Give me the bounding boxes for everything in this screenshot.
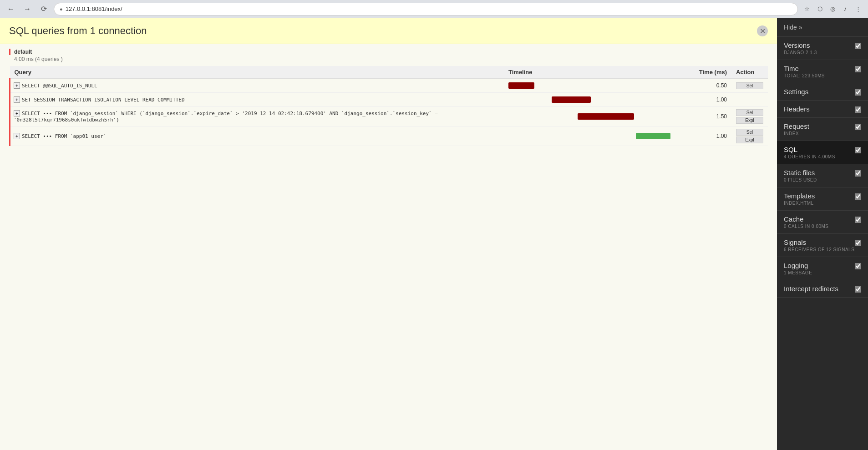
sidebar-checkbox[interactable] <box>855 124 861 130</box>
timeline-bar <box>578 113 634 120</box>
query-header: Query <box>10 66 504 79</box>
sidebar-sublabel: Django 2.1.3 <box>784 50 855 55</box>
close-button[interactable]: ✕ <box>757 25 768 36</box>
reload-button[interactable]: ⟳ <box>37 3 50 15</box>
sidebar-checkbox[interactable] <box>855 89 861 96</box>
expand-button[interactable]: + <box>14 96 20 103</box>
expand-button[interactable]: + <box>14 82 20 89</box>
timeline-bar <box>636 133 670 139</box>
menu-icon[interactable]: ⋮ <box>853 4 863 15</box>
sidebar-label: Static files <box>784 169 855 177</box>
sidebar-label: Headers <box>784 105 855 113</box>
sidebar-label: Time <box>784 65 855 72</box>
sidebar-checkbox[interactable] <box>855 240 861 246</box>
time-value: 0.50 <box>686 79 731 93</box>
sidebar-item-time[interactable]: TimeTotal: 223.50ms <box>777 60 868 83</box>
sidebar-label: Settings <box>784 88 855 96</box>
address-bar[interactable]: ● 127.0.0.1:8081/index/ <box>54 3 798 15</box>
sel-button[interactable]: Sel <box>736 82 763 89</box>
extensions-icon[interactable]: ⬡ <box>814 4 825 15</box>
sidebar-checkbox[interactable] <box>855 106 861 113</box>
main-container: SQL queries from 1 connection ✕ default … <box>0 18 868 450</box>
action-cell: SelExpl <box>731 107 768 126</box>
query-cell: +SELECT @@SQL_AUTO_IS_NULL <box>10 79 504 93</box>
timeline-cell <box>504 93 686 107</box>
panel-header: SQL queries from 1 connection ✕ <box>0 18 777 44</box>
sidebar-label: Signals <box>784 238 855 246</box>
sidebar-label: Intercept redirects <box>784 285 855 293</box>
sidebar-label: Logging <box>784 262 855 269</box>
sidebar-item-static-files[interactable]: Static files0 files used <box>777 164 868 187</box>
browser-actions: ☆ ⬡ ◎ ♪ ⋮ <box>802 4 863 15</box>
sidebar-sublabel: index.html <box>784 201 855 206</box>
url-text: 127.0.0.1:8081/index/ <box>66 5 122 12</box>
bookmark-icon[interactable]: ☆ <box>802 4 812 15</box>
action-cell: Sel <box>731 79 768 93</box>
sidebar-checkbox[interactable] <box>855 147 861 153</box>
sidebar-sublabel: 0 files used <box>784 177 855 182</box>
expl-button[interactable]: Expl <box>736 117 763 124</box>
sel-button[interactable]: Sel <box>736 109 763 116</box>
sidebar-sublabel: 1 message <box>784 270 855 275</box>
sidebar-item-cache[interactable]: Cache0 calls in 0.00ms <box>777 211 868 234</box>
action-cell <box>731 93 768 107</box>
timeline-header: Timeline <box>504 66 686 79</box>
timeline-bar <box>508 82 534 89</box>
sidebar-item-intercept-redirects[interactable]: Intercept redirects <box>777 280 868 298</box>
table-row: +SELECT ••• FROM `django_session` WHERE … <box>10 107 768 126</box>
query-text: SET SESSION TRANSACTION ISOLATION LEVEL … <box>22 97 185 103</box>
sidebar-item-logging[interactable]: Logging1 message <box>777 257 868 280</box>
sidebar-label: Templates <box>784 192 855 200</box>
sidebar-checkbox[interactable] <box>855 217 861 223</box>
sidebar-checkbox[interactable] <box>855 263 861 269</box>
content-area: SQL queries from 1 connection ✕ default … <box>0 18 777 450</box>
expand-button[interactable]: + <box>14 110 20 116</box>
sidebar-label: Versions <box>784 41 855 49</box>
sidebar-item-settings[interactable]: Settings <box>777 83 868 101</box>
table-row: +SET SESSION TRANSACTION ISOLATION LEVEL… <box>10 93 768 107</box>
profile-icon[interactable]: ◎ <box>827 4 838 15</box>
sidebar-sublabel: 4 queries in 4.00ms <box>784 154 855 159</box>
timeline-cell <box>504 107 686 126</box>
timeline-cell <box>504 79 686 93</box>
sidebar-label: Request <box>784 122 855 130</box>
lock-icon: ● <box>60 6 63 12</box>
panel-title: SQL queries from 1 connection <box>9 25 147 37</box>
time-value: 1.50 <box>686 107 731 126</box>
sidebar-sublabel: 6 receivers of 12 signals <box>784 247 855 252</box>
sel-button[interactable]: Sel <box>736 129 763 136</box>
query-cell: +SELECT ••• FROM `app01_user` <box>10 126 504 146</box>
timeline-bar <box>552 96 591 103</box>
sidebar-item-request[interactable]: Requestindex <box>777 118 868 141</box>
back-button[interactable]: ← <box>5 3 17 15</box>
db-name: default <box>9 49 768 55</box>
music-icon[interactable]: ♪ <box>840 4 851 15</box>
sidebar-item-signals[interactable]: Signals6 receivers of 12 signals <box>777 234 868 257</box>
db-section: default 4.00 ms (4 queries ) Query Timel… <box>0 44 777 151</box>
sidebar-item-sql[interactable]: SQL4 queries in 4.00ms <box>777 141 868 164</box>
action-header: Action <box>731 66 768 79</box>
table-row: +SELECT @@SQL_AUTO_IS_NULL0.50Sel <box>10 79 768 93</box>
sidebar-checkbox[interactable] <box>855 193 861 200</box>
sidebar-sublabel: index <box>784 131 855 136</box>
forward-button[interactable]: → <box>21 3 34 15</box>
sidebar-item-versions[interactable]: VersionsDjango 2.1.3 <box>777 37 868 60</box>
expl-button[interactable]: Expl <box>736 137 763 143</box>
query-table: Query Timeline Time (ms) Action +SELECT … <box>9 66 768 146</box>
timeline-cell <box>504 126 686 146</box>
query-text: SELECT ••• FROM `app01_user` <box>22 133 106 139</box>
sidebar: Hide » VersionsDjango 2.1.3TimeTotal: 22… <box>777 18 868 450</box>
sidebar-checkbox[interactable] <box>855 170 861 177</box>
sidebar-checkbox[interactable] <box>855 43 861 49</box>
db-stats: 4.00 ms (4 queries ) <box>9 56 768 62</box>
browser-chrome: ← → ⟳ ● 127.0.0.1:8081/index/ ☆ ⬡ ◎ ♪ ⋮ <box>0 0 868 18</box>
hide-button[interactable]: Hide » <box>777 18 868 37</box>
sidebar-checkbox[interactable] <box>855 66 861 72</box>
expand-button[interactable]: + <box>14 133 20 139</box>
query-text: SELECT @@SQL_AUTO_IS_NULL <box>22 83 97 89</box>
sidebar-checkbox[interactable] <box>855 286 861 293</box>
sidebar-sublabel: 0 calls in 0.00ms <box>784 224 855 229</box>
sidebar-item-templates[interactable]: Templatesindex.html <box>777 187 868 211</box>
query-text: SELECT ••• FROM `django_session` WHERE (… <box>14 111 438 123</box>
sidebar-item-headers[interactable]: Headers <box>777 101 868 118</box>
